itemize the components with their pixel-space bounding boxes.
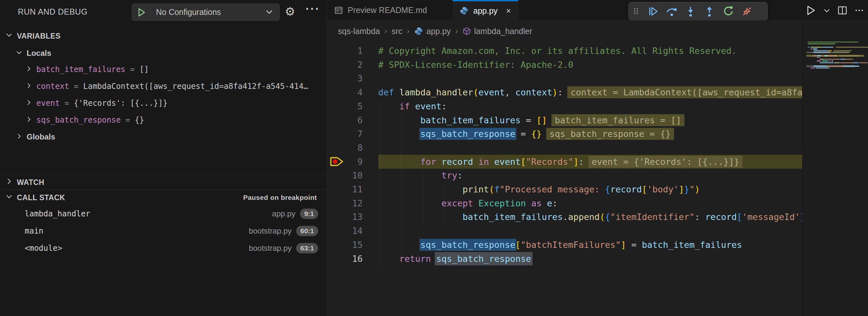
code-token: record	[441, 157, 473, 167]
code-token	[473, 198, 478, 208]
line-number: 13	[340, 210, 363, 224]
code-token: (	[489, 184, 494, 194]
start-debug-icon[interactable]	[132, 4, 151, 21]
code-token	[378, 115, 421, 125]
split-editor-button[interactable]	[837, 5, 847, 15]
code-token: "Records"	[526, 157, 573, 167]
minimap[interactable]	[802, 21, 868, 316]
minimap-line	[829, 60, 831, 61]
line-number: 5	[340, 99, 363, 113]
variables-section-header[interactable]: VARIABLES	[0, 29, 327, 43]
minimap-line	[840, 59, 845, 60]
code-line-14[interactable]	[378, 224, 802, 238]
code-line-10[interactable]: try:	[378, 168, 802, 182]
code-token	[431, 254, 436, 264]
minimap-line	[817, 55, 821, 56]
minimap-hint	[834, 50, 851, 51]
code-line-12[interactable]: except Exception as e:	[378, 196, 802, 210]
code-token	[378, 101, 399, 111]
code-token: [	[737, 212, 742, 222]
variable-row-context[interactable]: context = LambdaContext([aws_request_id=…	[0, 78, 327, 94]
code-editor[interactable]: # Copyright Amazon.com, Inc. or its affi…	[378, 0, 802, 316]
run-button[interactable]	[805, 5, 816, 16]
tree-group-locals[interactable]: Locals	[0, 45, 327, 61]
variable-row-sqs_batch_response[interactable]: sqs_batch_response = {}	[0, 112, 327, 128]
variable-row-batch_item_failures[interactable]: batch_item_failures = []	[0, 62, 327, 77]
code-line-1[interactable]: # Copyright Amazon.com, Inc. or its affi…	[378, 44, 802, 58]
code-token	[526, 198, 531, 208]
code-line-6[interactable]: batch_item_failures = []batch_item_failu…	[378, 113, 802, 127]
code-line-13[interactable]: batch_item_failures.append({"itemIdentif…	[378, 210, 802, 224]
code-token: def	[378, 87, 394, 97]
indent-guide	[401, 115, 402, 266]
frame-location: bootstrap.py60:1	[249, 226, 318, 236]
chevron-right-icon[interactable]	[25, 82, 32, 91]
minimap-line	[824, 55, 828, 56]
chevron-right-icon[interactable]	[25, 65, 32, 74]
code-line-11[interactable]: print(f"Processed message: {record['body…	[378, 182, 802, 196]
code-line-7[interactable]: sqs_batch_response = {}sqs_batch_respons…	[378, 127, 802, 141]
code-line-16[interactable]: return sqs_batch_response	[378, 252, 802, 266]
line-number: 2	[340, 58, 363, 72]
chevron-right-icon[interactable]	[25, 116, 32, 124]
minimap-hint	[839, 55, 860, 56]
stack-frame-row[interactable]: lambda_handlerapp.py9:1	[0, 206, 327, 222]
code-line-2[interactable]: # SPDX-License-Identifier: Apache-2.0	[378, 58, 802, 72]
minimap-line	[822, 60, 829, 61]
frame-file: app.py	[272, 209, 296, 218]
code-line-5[interactable]: if event:	[378, 99, 802, 113]
code-token: event	[494, 157, 521, 167]
frame-location: app.py9:1	[272, 209, 318, 219]
code-token: # SPDX-License-Identifier: Apache-2.0	[378, 60, 573, 70]
tree-group-globals[interactable]: Globals	[0, 129, 327, 145]
chevron-right-icon[interactable]	[16, 133, 23, 141]
chevron-down-icon[interactable]	[16, 49, 23, 57]
code-token: (	[473, 87, 478, 97]
variable-name: batch_item_failures	[36, 65, 126, 74]
debug-config-dropdown[interactable]: No Configurations	[132, 4, 280, 21]
stack-frame-row[interactable]: mainbootstrap.py60:1	[0, 223, 327, 239]
code-line-9[interactable]: for record in event["Records"]:event = {…	[378, 155, 802, 169]
code-token: :	[558, 87, 563, 97]
minimap-line	[845, 66, 859, 66]
more-actions-button[interactable]	[855, 5, 864, 15]
line-number: 11	[340, 182, 363, 196]
highlighted-symbol: sqs_batch_response	[421, 129, 516, 139]
inline-debug-value: event = {'Records': [{...}]}	[588, 156, 742, 168]
variable-value: {'Records': [{...}]}	[74, 99, 327, 108]
code-token: record	[705, 212, 737, 222]
code-token: =	[516, 129, 531, 139]
code-token: "Processed message:	[499, 184, 605, 194]
call-stack-section-header[interactable]: CALL STACK Paused on breakpoint	[0, 190, 327, 205]
watch-section-header[interactable]: WATCH	[0, 175, 327, 190]
minimap-line	[825, 59, 840, 60]
code-token: 'messageId'	[742, 212, 800, 222]
highlighted-symbol: sqs_batch_response	[421, 240, 516, 250]
code-token	[394, 87, 399, 97]
gear-icon[interactable]: ⚙	[285, 4, 295, 19]
minimap-line	[859, 62, 867, 63]
code-token: return	[399, 254, 431, 264]
more-actions-icon[interactable]: ···	[306, 2, 320, 16]
code-token: .	[563, 212, 568, 222]
code-token: "	[689, 184, 694, 194]
code-token: try	[441, 170, 457, 180]
code-token: {}	[531, 129, 542, 139]
code-token: (	[600, 212, 605, 222]
code-token: append	[568, 212, 600, 222]
code-line-8[interactable]	[378, 141, 802, 155]
variable-row-event[interactable]: event = {'Records': [{...}]}	[0, 95, 327, 111]
code-token: :	[441, 101, 447, 111]
code-line-4[interactable]: def lambda_handler(event, context):conte…	[378, 85, 802, 99]
run-dropdown-chevron[interactable]	[823, 6, 831, 14]
code-line-15[interactable]: sqs_batch_response["batchItemFailures"] …	[378, 238, 802, 252]
code-token: "batchItemFailures"	[521, 240, 621, 250]
code-token: "itemIdentifier"	[610, 212, 694, 222]
chevron-right-icon[interactable]	[25, 99, 32, 107]
minimap-line	[813, 52, 827, 53]
minimap-line	[835, 62, 839, 63]
stack-frame-row[interactable]: <module>bootstrap.py63:1	[0, 240, 327, 256]
current-breakpoint-icon[interactable]	[330, 156, 344, 169]
code-line-3[interactable]	[378, 71, 802, 85]
minimap-line	[828, 50, 830, 51]
